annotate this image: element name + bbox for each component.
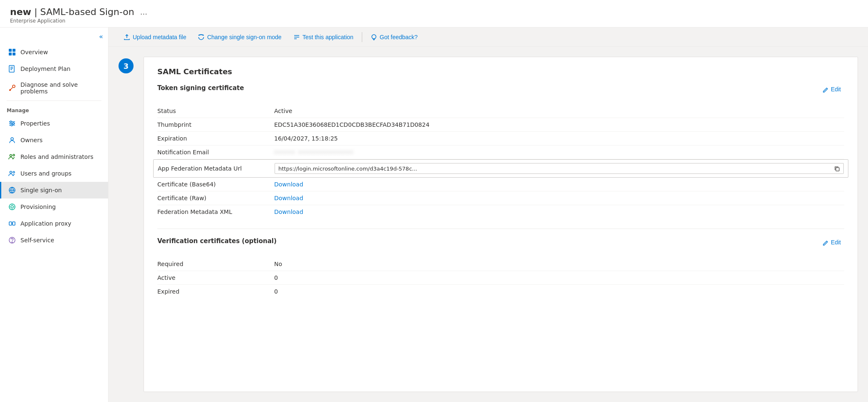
sidebar-item-users-groups[interactable]: Users and groups (0, 165, 108, 182)
svg-point-18 (10, 171, 12, 173)
field-value-expiration: 16/04/2027, 15:18:25 (274, 135, 844, 142)
svg-point-14 (11, 124, 13, 126)
sidebar-item-overview[interactable]: Overview (0, 44, 108, 60)
field-label-federation-xml: Federation Metadata XML (157, 209, 274, 215)
sidebar-item-diagnose[interactable]: Diagnose and solve problems (0, 77, 108, 99)
sidebar-item-owners[interactable]: Owners (0, 132, 108, 148)
field-label-notification-email: Notification Email (157, 149, 274, 156)
svg-point-8 (9, 89, 11, 91)
page-header: new | SAML-based Sign-on ... Enterprise … (0, 0, 868, 28)
ellipsis-menu-button[interactable]: ... (138, 7, 150, 17)
sidebar-item-sso-label: Single sign-on (20, 187, 62, 193)
change-sso-mode-button[interactable]: Change single sign-on mode (193, 31, 286, 43)
verification-edit-button[interactable]: Edit (819, 237, 844, 247)
wrench-icon (8, 84, 16, 92)
field-value-active: 0 (274, 274, 844, 281)
proxy-icon (8, 219, 16, 228)
download-cert-raw-link[interactable]: Download (274, 195, 844, 201)
field-label-app-federation-url: App Federation Metadata Url (158, 165, 275, 172)
saml-certificates-card: SAML Certificates Token signing certific… (144, 57, 858, 392)
edit-pencil-icon (823, 86, 828, 93)
field-row-status: Status Active (157, 104, 844, 118)
feedback-button[interactable]: Got feedback? (366, 31, 423, 43)
sidebar-item-self-service-label: Self-service (20, 237, 54, 244)
field-row-cert-raw: Certificate (Raw) Download (157, 191, 844, 205)
users-icon (8, 169, 16, 178)
step-indicator: 3 (119, 58, 134, 73)
sidebar-item-app-proxy[interactable]: Application proxy (0, 215, 108, 232)
sso-icon (8, 186, 16, 194)
token-edit-button[interactable]: Edit (819, 84, 844, 94)
manage-section-label: Manage (0, 103, 108, 115)
download-cert-base64-link[interactable]: Download (274, 181, 844, 188)
url-text: https://login.microsoftonline.com/d3a4c1… (278, 166, 832, 172)
page-title: new | SAML-based Sign-on (10, 7, 134, 17)
svg-point-19 (13, 171, 15, 173)
svg-point-15 (11, 138, 13, 140)
svg-rect-29 (13, 222, 15, 225)
url-field[interactable]: https://login.microsoftonline.com/d3a4c1… (275, 163, 844, 174)
download-federation-xml-link[interactable]: Download (274, 209, 844, 215)
field-row-required: Required No (157, 257, 844, 271)
field-row-thumbprint: Thumbprint EDC51A30E36068ED1CD0CDB3BECFA… (157, 118, 844, 132)
svg-point-36 (372, 35, 376, 39)
field-row-expiration: Expiration 16/04/2027, 15:18:25 (157, 132, 844, 146)
page-subtitle: Enterprise Application (10, 18, 858, 24)
sidebar-item-deployment-plan[interactable]: Deployment Plan (0, 60, 108, 77)
content-area: Upload metadata file Change single sign-… (108, 28, 868, 402)
change-icon (198, 33, 204, 40)
svg-point-17 (13, 154, 15, 156)
field-label-expired: Expired (157, 288, 274, 295)
field-value-thumbprint: EDC51A30E36068ED1CD0CDB3BECFAD34B71D0824 (274, 121, 844, 128)
field-row-cert-base64: Certificate (Base64) Download (157, 178, 844, 191)
svg-rect-37 (836, 168, 839, 171)
field-label-status: Status (157, 108, 274, 114)
sidebar-item-self-service[interactable]: Self-service (0, 232, 108, 249)
sidebar-item-roles-admin[interactable]: Roles and administrators (0, 148, 108, 165)
toolbar: Upload metadata file Change single sign-… (108, 28, 868, 47)
sidebar-item-properties-label: Properties (20, 120, 50, 127)
feedback-icon (371, 33, 377, 40)
verification-section-header: Verification certificates (optional) Edi… (157, 237, 844, 251)
sidebar-collapse-btn[interactable]: « (0, 31, 108, 44)
copy-icon[interactable] (834, 165, 840, 172)
sidebar-item-deployment-label: Deployment Plan (20, 65, 71, 72)
upload-metadata-button[interactable]: Upload metadata file (119, 31, 191, 43)
sidebar-item-provisioning-label: Provisioning (20, 204, 56, 210)
toolbar-separator (362, 32, 362, 42)
svg-rect-0 (9, 49, 12, 52)
field-value-expired: 0 (274, 288, 844, 295)
collapse-icon[interactable]: « (99, 33, 103, 40)
sidebar-item-owners-label: Owners (20, 137, 43, 143)
svg-point-13 (13, 123, 14, 124)
token-signing-section: Token signing certificate Edit (157, 84, 844, 219)
token-section-title: Token signing certificate (157, 84, 244, 92)
self-service-icon (8, 236, 16, 244)
svg-rect-1 (13, 49, 15, 52)
field-label-cert-raw: Certificate (Raw) (157, 195, 274, 201)
main-layout: « Overview (0, 28, 868, 402)
field-label-expiration: Expiration (157, 135, 274, 142)
content-scroll: 3 SAML Certificates Token signing certif… (108, 47, 868, 402)
sidebar-item-sso[interactable]: Single sign-on (0, 182, 108, 198)
test-icon (293, 33, 300, 40)
field-label-thumbprint: Thumbprint (157, 121, 274, 128)
svg-rect-28 (9, 222, 12, 225)
test-application-button[interactable]: Test this application (288, 31, 358, 43)
field-label-required: Required (157, 261, 274, 267)
field-value-notification-email: ••••• ••••••••••••• (274, 149, 844, 156)
token-section-header: Token signing certificate Edit (157, 84, 844, 98)
book-icon (8, 65, 16, 73)
svg-point-16 (10, 155, 12, 157)
sidebar-item-provisioning[interactable]: Provisioning (0, 198, 108, 215)
svg-rect-3 (13, 53, 15, 55)
sidebar-item-properties[interactable]: Properties (0, 115, 108, 132)
provisioning-icon (8, 203, 16, 211)
edit-pencil-icon-2 (823, 239, 828, 246)
field-label-cert-base64: Certificate (Base64) (157, 181, 274, 188)
field-row-active: Active 0 (157, 271, 844, 285)
upload-icon (124, 33, 130, 40)
field-row-notification-email: Notification Email ••••• ••••••••••••• (157, 146, 844, 159)
field-row-federation-xml: Federation Metadata XML Download (157, 205, 844, 219)
field-value-required: No (274, 261, 844, 267)
